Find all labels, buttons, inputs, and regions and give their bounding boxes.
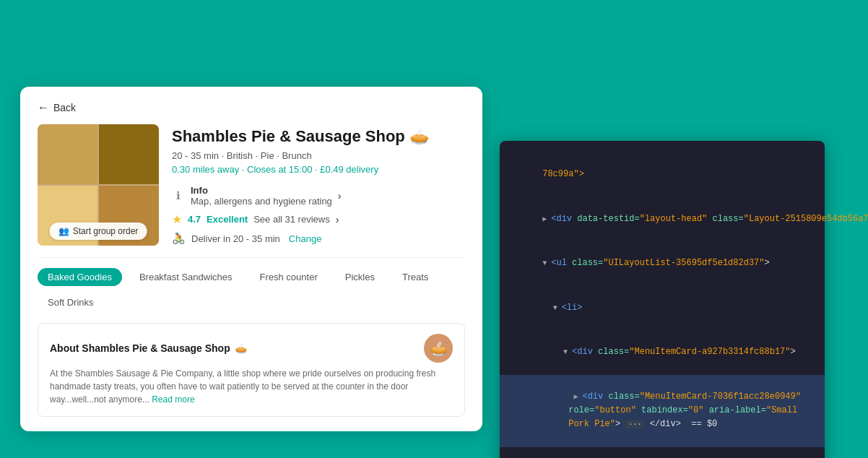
dt-triangle-6: ▶ [573,393,582,401]
restaurant-image: 👥 Start group order [38,124,159,246]
dt-val-3: "UILayoutList-35695df5e1d82d37" [603,258,764,268]
dt-triangle-4: ▼ [553,304,562,312]
info-chevron-icon[interactable]: › [338,190,342,202]
about-emoji: 🥧 [235,342,247,354]
about-section: About Shambles Pie & Sausage Shop 🥧 🥧 At… [38,323,465,417]
group-order-button[interactable]: 👥 Start group order [50,222,147,240]
dt-nl [511,405,568,415]
dt-attr-6c: tabindex= [636,405,688,415]
food-cell-1 [38,124,97,184]
star-icon: ★ [172,212,182,226]
dt-attr-3: class= [572,258,603,268]
restaurant-card: ← Back 👥 Start group order [20,87,482,431]
info-row: ℹ Info Map, allergens and hygiene rating… [172,185,465,207]
category-breakfast-sandwiches[interactable]: Breakfast Sandwiches [129,268,243,286]
restaurant-name: Shambles Pie & Sausage Shop 🥧 [172,127,465,146]
dt-close6: > ··· </div> == $0 [615,419,717,429]
dt-close5: > [791,347,796,357]
dt-attr2b: class= [707,214,743,224]
rating-reviews: See all 31 reviews [253,214,330,225]
back-label: Back [53,102,76,113]
dt-close3: > [765,258,770,268]
category-treats[interactable]: Treats [392,268,438,286]
dt-triangle-3: ▼ [542,259,551,267]
info-text-block: Info Map, allergens and hygiene rating [191,185,332,207]
dt-triangle-5: ▼ [563,348,572,356]
delivery-info: 0.30 miles away · Closes at 15:00 · £0.4… [172,164,465,175]
dt-attr-6d: aria-label= [703,405,765,415]
categories-bar: Baked Goodies Breakfast Sandwiches Fresh… [38,257,465,311]
restaurant-info: Shambles Pie & Sausage Shop 🥧 20 - 35 mi… [172,124,465,246]
dt-attr-6a: class= [608,392,639,402]
dt-indent-5 [542,347,563,357]
devtools-line-1: 78c99a"> [500,152,825,197]
read-more-link[interactable]: Read more [152,394,194,405]
about-title-text: About Shambles Pie & Sausage Shop [50,342,230,354]
info-sub: Map, allergens and hygiene rating [191,196,332,207]
info-label: Info [191,185,332,196]
category-soft-drinks[interactable]: Soft Drinks [38,293,104,311]
dt-indent-4 [542,303,552,313]
back-link[interactable]: ← Back [38,101,465,114]
dt-tag-3: <ul [551,258,572,268]
dt-triangle-1: ▶ [542,215,551,223]
dt-tag-5: <div [572,347,598,357]
devtools-line-3: ▼ <ul class="UILayoutList-35695df5e1d82d… [500,241,825,286]
about-description: At the Shambles Sausage & Pie Company, a… [50,368,435,405]
category-fresh-counter[interactable]: Fresh counter [250,268,328,286]
card-top: 👥 Start group order Shambles Pie & Sausa… [38,124,465,246]
rating-row: ★ 4.7 Excellent See all 31 reviews › [172,212,465,226]
delivery-bike-icon: 🚴 [172,232,186,245]
rating-label: Excellent [207,214,248,225]
devtools-line-2: ▶ <div data-testid="layout-head" class="… [500,197,825,242]
category-baked-goodies[interactable]: Baked Goodies [38,268,122,286]
dt-tag-2: <div [551,214,577,224]
devtools-line-7: ▶ <div class="MenuItemCard-1e17f722e482e… [500,447,825,458]
deliver-label: Deliver in 20 - 35 min [191,233,280,244]
rating-score: 4.7 [188,214,201,225]
group-order-label: Start group order [73,226,139,236]
dt-attr-5: class= [598,347,629,357]
rating-chevron-icon[interactable]: › [336,214,339,225]
devtools-line-5: ▼ <div class="MenuItemCard-a927b3314fc88… [500,330,825,375]
dt-val-2: "layout-head" [640,214,708,224]
deliver-row: 🚴 Deliver in 20 - 35 min Change [172,232,465,245]
dt-val-6a: "MenuItemCard-7036f1acc28e0949" [640,392,801,402]
about-header: About Shambles Pie & Sausage Shop 🥧 🥧 [50,334,453,363]
devtools-panel: 78c99a"> ▶ <div data-testid="layout-head… [500,141,825,458]
cuisine-tags: 20 - 35 min · British · Pie · Brunch [172,150,465,161]
dt-tag-4: <li> [562,303,583,313]
devtools-line-6[interactable]: ▶ <div class="MenuItemCard-7036f1acc28e0… [500,375,825,447]
change-link[interactable]: Change [289,233,322,244]
group-order-icon: 👥 [58,226,69,236]
dt-attr-2: data-testid= [577,214,639,224]
dt-text-1: 78c99a"> [542,169,584,179]
dt-val-6c: "0" [688,405,704,415]
dt-val-5: "MenuItemCard-a927b3314fc88b17" [629,347,790,357]
main-content: ← Back 👥 Start group order [0,0,868,458]
category-pickles[interactable]: Pickles [335,268,385,286]
restaurant-avatar: 🥧 [424,334,453,363]
food-cell-2 [99,124,159,184]
back-arrow-icon: ← [38,101,49,114]
dt-attr-6b: role= [568,405,594,415]
about-text: At the Shambles Sausage & Pie Company, a… [50,367,453,406]
info-circle-icon: ℹ [172,189,185,202]
dt-val2b: "Layout-2515809e54db56a7" [744,214,868,224]
restaurant-emoji: 🥧 [409,127,429,146]
dt-indent-6 [542,392,573,402]
devtools-line-4: ▼ <li> [500,286,825,331]
restaurant-name-text: Shambles Pie & Sausage Shop [172,127,405,146]
dt-val-6b: "button" [594,405,636,415]
dt-tag-6: <div [582,392,608,402]
about-title: About Shambles Pie & Sausage Shop 🥧 [50,342,247,354]
